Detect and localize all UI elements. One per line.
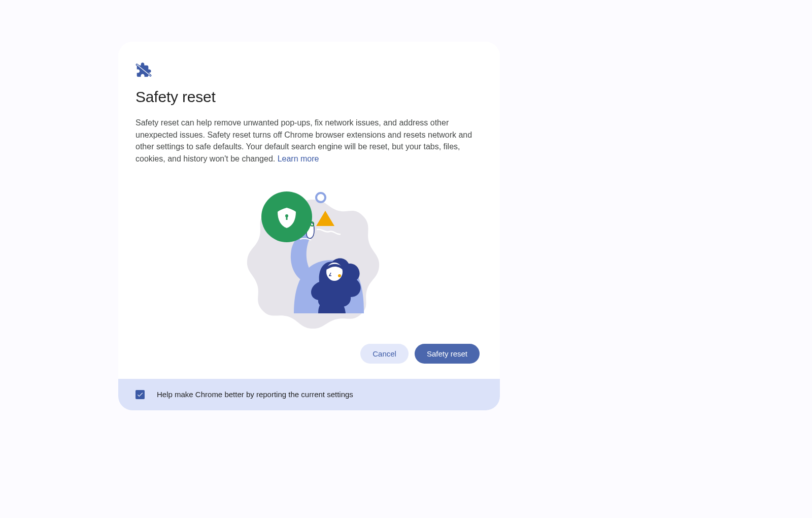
report-settings-checkbox[interactable] — [136, 390, 145, 399]
safety-illustration — [136, 180, 483, 344]
svg-point-4 — [338, 274, 341, 277]
svg-rect-8 — [286, 216, 288, 220]
dialog-description: Safety reset can help remove unwanted po… — [136, 117, 481, 165]
svg-point-2 — [316, 193, 325, 202]
dialog-button-row: Cancel Safety reset — [136, 344, 483, 364]
dialog-main-content: Safety reset Safety reset can help remov… — [118, 42, 500, 379]
learn-more-link[interactable]: Learn more — [278, 154, 319, 163]
report-settings-footer: Help make Chrome better by reporting the… — [118, 379, 500, 410]
checkmark-icon — [137, 391, 144, 398]
safety-reset-dialog: Safety reset Safety reset can help remov… — [118, 42, 500, 410]
report-settings-label: Help make Chrome better by reporting the… — [157, 390, 353, 399]
cancel-button[interactable]: Cancel — [360, 344, 409, 364]
extension-off-icon — [136, 62, 152, 78]
safety-reset-button[interactable]: Safety reset — [415, 344, 480, 364]
dialog-title: Safety reset — [136, 88, 483, 106]
